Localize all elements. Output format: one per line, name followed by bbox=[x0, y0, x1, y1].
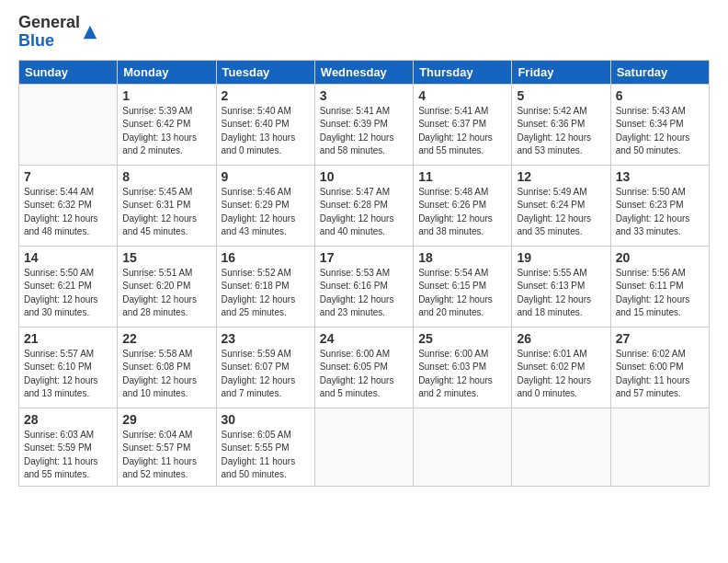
day-number: 7 bbox=[24, 169, 112, 184]
logo-blue: Blue bbox=[18, 31, 54, 50]
calendar-cell: 21Sunrise: 5:57 AM Sunset: 6:10 PM Dayli… bbox=[19, 327, 118, 408]
day-info: Sunrise: 5:48 AM Sunset: 6:26 PM Dayligh… bbox=[418, 186, 506, 239]
logo-text: General Blue bbox=[18, 14, 80, 51]
calendar-cell: 20Sunrise: 5:56 AM Sunset: 6:11 PM Dayli… bbox=[610, 246, 709, 327]
weekday-header-friday: Friday bbox=[512, 60, 610, 84]
calendar-week-4: 21Sunrise: 5:57 AM Sunset: 6:10 PM Dayli… bbox=[19, 327, 710, 408]
calendar-cell: 7Sunrise: 5:44 AM Sunset: 6:32 PM Daylig… bbox=[19, 165, 118, 246]
calendar-cell: 28Sunrise: 6:03 AM Sunset: 5:59 PM Dayli… bbox=[19, 408, 118, 486]
day-number: 8 bbox=[122, 169, 210, 184]
calendar-cell: 10Sunrise: 5:47 AM Sunset: 6:28 PM Dayli… bbox=[314, 165, 413, 246]
calendar-cell: 2Sunrise: 5:40 AM Sunset: 6:40 PM Daylig… bbox=[216, 84, 314, 165]
calendar-cell: 30Sunrise: 6:05 AM Sunset: 5:55 PM Dayli… bbox=[216, 408, 314, 486]
calendar-page: General Blue SundayMondayTuesdayWednesda… bbox=[0, 0, 728, 563]
day-info: Sunrise: 5:53 AM Sunset: 6:16 PM Dayligh… bbox=[320, 267, 408, 320]
day-info: Sunrise: 5:50 AM Sunset: 6:21 PM Dayligh… bbox=[24, 267, 112, 320]
svg-marker-0 bbox=[84, 26, 97, 39]
calendar-cell: 22Sunrise: 5:58 AM Sunset: 6:08 PM Dayli… bbox=[118, 327, 216, 408]
day-number: 3 bbox=[320, 88, 408, 103]
calendar-cell: 17Sunrise: 5:53 AM Sunset: 6:16 PM Dayli… bbox=[314, 246, 413, 327]
day-number: 14 bbox=[24, 250, 112, 265]
day-number: 20 bbox=[616, 250, 704, 265]
calendar-cell: 16Sunrise: 5:52 AM Sunset: 6:18 PM Dayli… bbox=[216, 246, 314, 327]
calendar-cell: 19Sunrise: 5:55 AM Sunset: 6:13 PM Dayli… bbox=[512, 246, 610, 327]
day-number: 10 bbox=[320, 169, 408, 184]
calendar-cell: 13Sunrise: 5:50 AM Sunset: 6:23 PM Dayli… bbox=[610, 165, 709, 246]
day-info: Sunrise: 5:55 AM Sunset: 6:13 PM Dayligh… bbox=[517, 267, 605, 320]
calendar-cell: 15Sunrise: 5:51 AM Sunset: 6:20 PM Dayli… bbox=[118, 246, 216, 327]
day-info: Sunrise: 5:51 AM Sunset: 6:20 PM Dayligh… bbox=[122, 267, 210, 320]
calendar-cell: 25Sunrise: 6:00 AM Sunset: 6:03 PM Dayli… bbox=[414, 327, 512, 408]
day-info: Sunrise: 6:00 AM Sunset: 6:03 PM Dayligh… bbox=[418, 348, 506, 401]
day-number: 9 bbox=[222, 169, 310, 184]
day-number: 18 bbox=[418, 250, 506, 265]
calendar-cell bbox=[414, 408, 512, 486]
calendar-cell: 18Sunrise: 5:54 AM Sunset: 6:15 PM Dayli… bbox=[414, 246, 512, 327]
calendar-week-1: 1Sunrise: 5:39 AM Sunset: 6:42 PM Daylig… bbox=[19, 84, 710, 165]
day-number: 19 bbox=[517, 250, 605, 265]
day-info: Sunrise: 6:01 AM Sunset: 6:02 PM Dayligh… bbox=[517, 348, 605, 401]
calendar-cell: 27Sunrise: 6:02 AM Sunset: 6:00 PM Dayli… bbox=[610, 327, 709, 408]
calendar-cell bbox=[610, 408, 709, 486]
calendar-cell bbox=[314, 408, 413, 486]
day-number: 27 bbox=[616, 331, 704, 346]
calendar-cell: 6Sunrise: 5:43 AM Sunset: 6:34 PM Daylig… bbox=[610, 84, 709, 165]
weekday-header-sunday: Sunday bbox=[19, 60, 118, 84]
calendar-cell: 1Sunrise: 5:39 AM Sunset: 6:42 PM Daylig… bbox=[118, 84, 216, 165]
day-number: 23 bbox=[222, 331, 310, 346]
day-info: Sunrise: 5:39 AM Sunset: 6:42 PM Dayligh… bbox=[122, 105, 210, 158]
logo: General Blue bbox=[18, 14, 98, 51]
day-info: Sunrise: 5:41 AM Sunset: 6:37 PM Dayligh… bbox=[418, 105, 506, 158]
day-info: Sunrise: 5:44 AM Sunset: 6:32 PM Dayligh… bbox=[24, 186, 112, 239]
logo-icon bbox=[82, 24, 98, 40]
day-info: Sunrise: 5:49 AM Sunset: 6:24 PM Dayligh… bbox=[517, 186, 605, 239]
calendar-cell: 23Sunrise: 5:59 AM Sunset: 6:07 PM Dayli… bbox=[216, 327, 314, 408]
day-info: Sunrise: 5:40 AM Sunset: 6:40 PM Dayligh… bbox=[222, 105, 310, 158]
calendar-week-5: 28Sunrise: 6:03 AM Sunset: 5:59 PM Dayli… bbox=[19, 408, 710, 486]
calendar-cell: 11Sunrise: 5:48 AM Sunset: 6:26 PM Dayli… bbox=[414, 165, 512, 246]
day-info: Sunrise: 5:59 AM Sunset: 6:07 PM Dayligh… bbox=[222, 348, 310, 401]
day-number: 24 bbox=[320, 331, 408, 346]
day-number: 2 bbox=[222, 88, 310, 103]
day-number: 15 bbox=[122, 250, 210, 265]
weekday-header-thursday: Thursday bbox=[414, 60, 512, 84]
day-info: Sunrise: 6:02 AM Sunset: 6:00 PM Dayligh… bbox=[616, 348, 704, 401]
weekday-header-saturday: Saturday bbox=[610, 60, 709, 84]
calendar-cell: 26Sunrise: 6:01 AM Sunset: 6:02 PM Dayli… bbox=[512, 327, 610, 408]
day-info: Sunrise: 5:45 AM Sunset: 6:31 PM Dayligh… bbox=[122, 186, 210, 239]
day-info: Sunrise: 5:58 AM Sunset: 6:08 PM Dayligh… bbox=[122, 348, 210, 401]
calendar-cell: 24Sunrise: 6:00 AM Sunset: 6:05 PM Dayli… bbox=[314, 327, 413, 408]
day-info: Sunrise: 5:41 AM Sunset: 6:39 PM Dayligh… bbox=[320, 105, 408, 158]
calendar-cell: 5Sunrise: 5:42 AM Sunset: 6:36 PM Daylig… bbox=[512, 84, 610, 165]
calendar-cell: 9Sunrise: 5:46 AM Sunset: 6:29 PM Daylig… bbox=[216, 165, 314, 246]
day-info: Sunrise: 6:00 AM Sunset: 6:05 PM Dayligh… bbox=[320, 348, 408, 401]
day-number: 28 bbox=[24, 412, 112, 427]
calendar-cell: 3Sunrise: 5:41 AM Sunset: 6:39 PM Daylig… bbox=[314, 84, 413, 165]
day-number: 5 bbox=[517, 88, 605, 103]
page-header: General Blue bbox=[18, 14, 710, 51]
weekday-header-monday: Monday bbox=[118, 60, 216, 84]
day-number: 11 bbox=[418, 169, 506, 184]
day-number: 22 bbox=[122, 331, 210, 346]
day-info: Sunrise: 5:50 AM Sunset: 6:23 PM Dayligh… bbox=[616, 186, 704, 239]
calendar-cell bbox=[512, 408, 610, 486]
day-number: 6 bbox=[616, 88, 704, 103]
day-info: Sunrise: 6:04 AM Sunset: 5:57 PM Dayligh… bbox=[122, 429, 210, 482]
day-number: 25 bbox=[418, 331, 506, 346]
day-number: 16 bbox=[222, 250, 310, 265]
calendar-cell: 4Sunrise: 5:41 AM Sunset: 6:37 PM Daylig… bbox=[414, 84, 512, 165]
calendar-cell bbox=[19, 84, 118, 165]
calendar-cell: 29Sunrise: 6:04 AM Sunset: 5:57 PM Dayli… bbox=[118, 408, 216, 486]
day-number: 21 bbox=[24, 331, 112, 346]
day-info: Sunrise: 5:42 AM Sunset: 6:36 PM Dayligh… bbox=[517, 105, 605, 158]
day-number: 1 bbox=[122, 88, 210, 103]
day-number: 29 bbox=[122, 412, 210, 427]
weekday-header-tuesday: Tuesday bbox=[216, 60, 314, 84]
calendar-week-3: 14Sunrise: 5:50 AM Sunset: 6:21 PM Dayli… bbox=[19, 246, 710, 327]
weekday-header-row: SundayMondayTuesdayWednesdayThursdayFrid… bbox=[19, 60, 710, 84]
day-info: Sunrise: 6:03 AM Sunset: 5:59 PM Dayligh… bbox=[24, 429, 112, 482]
day-info: Sunrise: 5:52 AM Sunset: 6:18 PM Dayligh… bbox=[222, 267, 310, 320]
weekday-header-wednesday: Wednesday bbox=[314, 60, 413, 84]
day-number: 30 bbox=[222, 412, 310, 427]
day-number: 4 bbox=[418, 88, 506, 103]
